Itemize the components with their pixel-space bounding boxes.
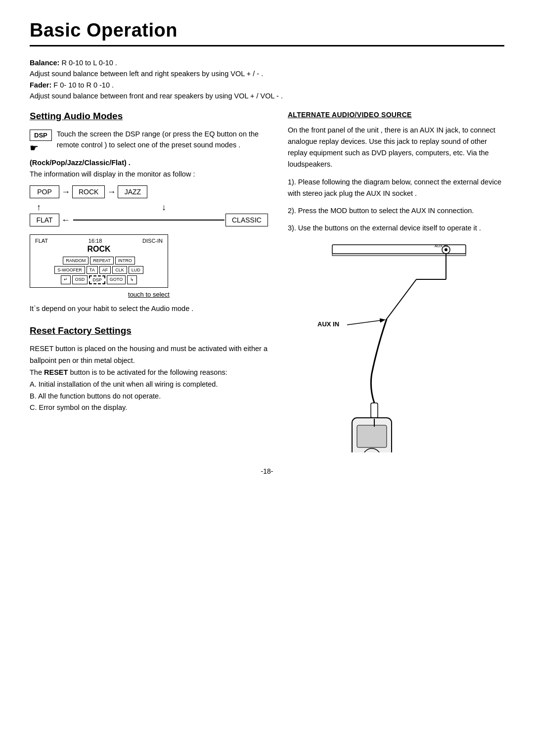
mode-diagram: POP → ROCK → JAZZ ↑ ↓ FLAT ← CLASSIC	[30, 185, 268, 226]
fader-value: F 0- 10 to R 0 -10 .	[53, 81, 114, 89]
btn-ta: TA	[87, 266, 98, 274]
jazz-mode: JAZZ	[118, 185, 147, 198]
reset-para1: RESET button is placed on the housing an…	[30, 345, 267, 364]
aux-svg: AUX IN AUX IN	[288, 240, 495, 452]
reset-reason-a: A. Initial installation of the unit when…	[30, 380, 218, 388]
alt-audio-para3: 2). Press the MOD button to select the A…	[288, 205, 504, 217]
balance-value: R 0-10 to L 0-10 .	[61, 59, 117, 67]
it-depends: It`s depend on your habit to select the …	[30, 303, 268, 314]
balance-desc: Adjust sound balance between left and ri…	[30, 70, 263, 78]
arrow-rock-jazz: →	[107, 187, 116, 197]
btn-row-3: ↵ OSD DSP GOTO ↳	[35, 275, 163, 284]
svg-text:AUX IN: AUX IN	[435, 244, 448, 248]
btn-clk: CLK	[112, 266, 127, 274]
svg-text:AUX IN: AUX IN	[317, 320, 339, 328]
up-arrow: ↑	[37, 202, 41, 213]
btn-row-2: S-WOOFER TA AF CLK LUD	[35, 266, 163, 274]
btn-goto: GOTO	[107, 275, 126, 284]
svg-line-11	[347, 320, 384, 325]
reset-reason-b: B. All the function buttons do not opera…	[30, 392, 161, 400]
alt-audio-para1: On the front panel of the unit , there i…	[288, 125, 504, 171]
screen-flat: FLAT	[35, 238, 48, 244]
btn-osd: OSD	[72, 275, 88, 284]
right-column: ALTERNATE AUDIO/VIDEO SOURCE On the fron…	[288, 111, 504, 448]
dsp-description: Touch the screen the DSP range (or press…	[57, 129, 268, 151]
flat-mode: FLAT	[30, 214, 59, 226]
alt-audio-title: ALTERNATE AUDIO/VIDEO SOURCE	[288, 111, 504, 119]
fader-desc: Adjust sound balance between front and r…	[30, 92, 283, 100]
balance-label: Balance:	[30, 59, 59, 67]
reset-para2-start: The	[30, 368, 44, 376]
fader-label: Fader:	[30, 81, 51, 89]
page-number: -18-	[30, 467, 504, 475]
btn-lud: LUD	[129, 266, 143, 274]
aux-diagram: AUX IN AUX IN	[288, 240, 504, 447]
touch-select: touch to select	[30, 291, 268, 298]
balance-section: Balance: R 0-10 to L 0-10 . Adjust sound…	[30, 57, 504, 102]
rock-mode: ROCK	[72, 185, 105, 198]
page-title: Basic Operation	[30, 20, 504, 41]
main-content: Setting Audio Modes DSP ☛ Touch the scre…	[30, 111, 504, 448]
left-column: Setting Audio Modes DSP ☛ Touch the scre…	[30, 111, 268, 448]
dsp-box: DSP	[30, 130, 52, 141]
reset-section: Reset Factory Settings RESET button is p…	[30, 325, 268, 414]
screen-buttons: RANDOM REPEAT INTRO S-WOOFER TA AF CLK L…	[35, 257, 163, 284]
rock-pop-label: (Rock/Pop/Jazz/Classic/Flat) .	[30, 159, 268, 167]
arrow-flat: ←	[61, 215, 70, 225]
btn-exit: ↳	[127, 275, 137, 284]
btn-row-1: RANDOM REPEAT INTRO	[35, 257, 163, 265]
svg-rect-13	[357, 425, 387, 447]
alt-audio-para2: 1). Please following the diagram below, …	[288, 177, 504, 199]
screen-top-bar: FLAT 16:18 DISC-IN	[35, 238, 163, 244]
screen-disc-in: DISC-IN	[142, 238, 163, 244]
btn-repeat: REPEAT	[90, 257, 113, 265]
screen-mode-title: ROCK	[35, 245, 163, 254]
screen-mockup: FLAT 16:18 DISC-IN ROCK RANDOM REPEAT IN…	[30, 234, 168, 288]
mode-row-2: FLAT ← CLASSIC	[30, 214, 268, 226]
down-arrow: ↓	[162, 202, 166, 213]
classic-mode: CLASSIC	[225, 214, 268, 226]
pop-mode: POP	[30, 185, 59, 198]
btn-random: RANDOM	[63, 257, 89, 265]
alt-audio-para4: 3). Use the buttons on the external devi…	[288, 222, 504, 234]
dsp-row: DSP ☛ Touch the screen the DSP range (or…	[30, 129, 268, 154]
reset-reason-c: C. Error symbol on the display.	[30, 403, 127, 411]
reset-para2-bold: RESET	[44, 368, 68, 376]
btn-intro: INTRO	[115, 257, 135, 265]
reset-para2-end: button is to be activated for the follow…	[68, 368, 227, 376]
reset-text: RESET button is placed on the housing an…	[30, 343, 268, 414]
btn-swoofer: S-WOOFER	[54, 266, 85, 274]
screen-time: 16:18	[89, 238, 102, 244]
btn-enter: ↵	[61, 275, 71, 284]
svg-rect-8	[371, 403, 378, 418]
arrow-pop-rock: →	[61, 187, 70, 197]
hand-icon: ☛	[30, 142, 52, 154]
display-info: The information will display in the moni…	[30, 169, 268, 179]
btn-af: AF	[99, 266, 111, 274]
mode-row-1: POP → ROCK → JAZZ	[30, 185, 268, 198]
svg-line-7	[387, 279, 416, 319]
svg-point-3	[445, 248, 447, 251]
setting-audio-title: Setting Audio Modes	[30, 111, 268, 122]
btn-dsp: DSP	[89, 275, 105, 284]
reset-title: Reset Factory Settings	[30, 325, 268, 336]
long-line	[73, 220, 224, 221]
title-divider	[30, 45, 504, 46]
